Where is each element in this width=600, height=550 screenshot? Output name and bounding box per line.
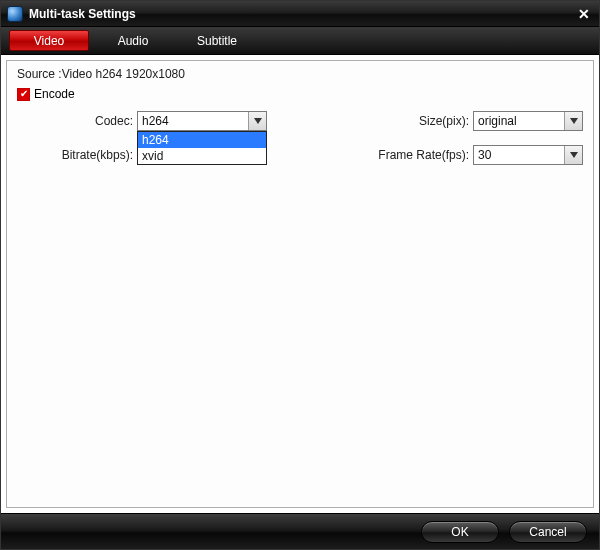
- encode-label: Encode: [34, 87, 75, 101]
- content-area: Source :Video h264 1920x1080 ✔ Encode Co…: [1, 55, 599, 513]
- title-bar: Multi-task Settings ✕: [1, 1, 599, 27]
- fields-grid: Codec: h264 h264 xvid: [17, 111, 583, 165]
- button-label: OK: [451, 525, 468, 539]
- checkmark-icon: ✔: [20, 89, 28, 99]
- video-panel: Source :Video h264 1920x1080 ✔ Encode Co…: [6, 60, 594, 508]
- source-info: Source :Video h264 1920x1080: [17, 67, 583, 81]
- footer-bar: OK Cancel: [1, 513, 599, 549]
- tab-label: Video: [34, 34, 64, 48]
- encode-row: ✔ Encode: [17, 87, 583, 101]
- button-label: Cancel: [529, 525, 566, 539]
- framerate-label: Frame Rate(fps):: [355, 148, 473, 162]
- chevron-down-icon: [254, 118, 262, 124]
- app-icon: [7, 6, 23, 22]
- codec-dropdown-list: h264 xvid: [137, 131, 267, 165]
- tab-label: Subtitle: [197, 34, 237, 48]
- cancel-button[interactable]: Cancel: [509, 521, 587, 543]
- settings-window: Multi-task Settings ✕ Video Audio Subtit…: [0, 0, 600, 550]
- size-dropdown-arrow[interactable]: [564, 112, 582, 130]
- codec-option-xvid[interactable]: xvid: [138, 148, 266, 164]
- framerate-dropdown-arrow[interactable]: [564, 146, 582, 164]
- tab-video[interactable]: Video: [9, 30, 89, 51]
- option-label: xvid: [142, 149, 163, 163]
- tab-audio[interactable]: Audio: [93, 30, 173, 51]
- window-title: Multi-task Settings: [29, 7, 575, 21]
- codec-label: Codec:: [17, 114, 137, 128]
- tab-subtitle[interactable]: Subtitle: [177, 30, 257, 51]
- codec-dropdown-arrow[interactable]: [248, 112, 266, 130]
- bitrate-label: Bitrate(kbps):: [17, 148, 137, 162]
- option-label: h264: [142, 133, 169, 147]
- tab-label: Audio: [118, 34, 149, 48]
- tab-bar: Video Audio Subtitle: [1, 27, 599, 55]
- codec-value: h264: [138, 114, 248, 128]
- close-button[interactable]: ✕: [575, 5, 593, 23]
- encode-checkbox[interactable]: ✔: [17, 88, 30, 101]
- codec-option-h264[interactable]: h264: [138, 132, 266, 148]
- chevron-down-icon: [570, 118, 578, 124]
- framerate-combobox[interactable]: 30: [473, 145, 583, 165]
- close-icon: ✕: [578, 6, 590, 22]
- size-combobox[interactable]: original: [473, 111, 583, 131]
- framerate-value: 30: [474, 148, 564, 162]
- size-value: original: [474, 114, 564, 128]
- ok-button[interactable]: OK: [421, 521, 499, 543]
- size-label: Size(pix):: [355, 114, 473, 128]
- chevron-down-icon: [570, 152, 578, 158]
- codec-combobox[interactable]: h264 h264 xvid: [137, 111, 267, 131]
